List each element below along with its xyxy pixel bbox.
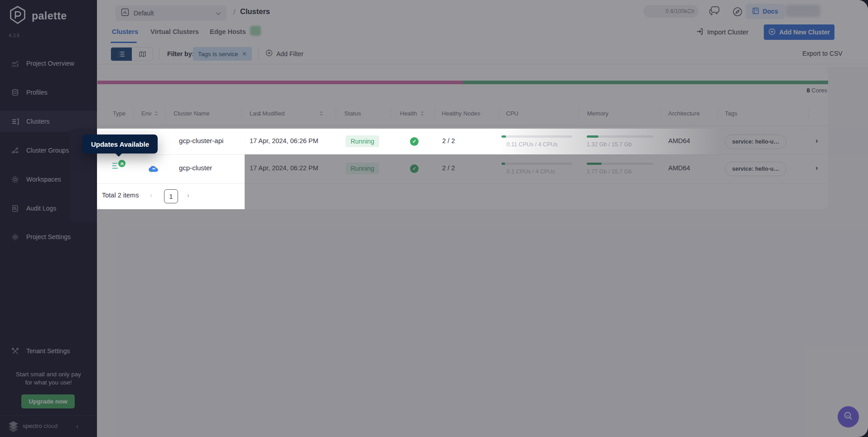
cpu-meter	[502, 135, 572, 138]
upgrade-now-button[interactable]: Upgrade now	[21, 394, 75, 408]
tab-clusters[interactable]: Clusters	[112, 28, 138, 35]
column-header-last-modified[interactable]: Last Modified	[250, 110, 323, 117]
add-filter-button[interactable]: Add Filter	[265, 49, 304, 58]
cpu-value: 0.11 CPUs / 4 CPUs	[506, 141, 558, 148]
compass-icon[interactable]	[732, 6, 743, 19]
sidebar-item-tenant-settings[interactable]: Tenant Settings	[0, 341, 97, 361]
column-header-tags: Tags	[725, 110, 737, 117]
import-cluster-button[interactable]: Import Cluster	[696, 28, 748, 37]
breadcrumb-separator: /	[233, 8, 235, 16]
updates-available-badge-icon	[117, 159, 126, 168]
app-window: palette 4.3.6 Project Overview Profiles	[0, 0, 868, 437]
healthy-nodes: 2 / 2	[442, 137, 455, 144]
chat-icon[interactable]	[709, 5, 721, 19]
memory-meter	[587, 135, 653, 138]
usage-bar-used-segment	[97, 81, 463, 84]
chart-icon	[11, 59, 19, 67]
palette-wordmark: palette	[32, 10, 67, 22]
column-header-type: Type	[113, 110, 125, 117]
column-header-memory: Memory	[587, 110, 608, 117]
view-toggle-group	[111, 47, 153, 61]
column-header-healthy-nodes: Healthy Nodes	[442, 110, 480, 117]
row-separator	[97, 183, 828, 184]
export-to-csv-button[interactable]: Export to CSV	[802, 50, 843, 57]
toolbar-divider	[258, 48, 259, 60]
tag-chip[interactable]: service: hello-u…	[725, 162, 786, 176]
filter-chip-tags-is-service[interactable]: Tags is service ✕	[193, 47, 252, 61]
cluster-name[interactable]: gcp-cluster	[179, 164, 212, 172]
sidebar-collapse-icon[interactable]: ‹	[76, 422, 78, 430]
plus-circle-icon	[265, 49, 273, 58]
row-chevron-icon[interactable]: ›	[815, 136, 818, 145]
add-new-cluster-label: Add New Cluster	[779, 29, 830, 36]
pagination-prev-icon[interactable]: ‹	[150, 191, 152, 199]
list-icon	[11, 117, 19, 125]
column-header-env[interactable]: Env	[141, 110, 158, 117]
palette-logo-icon	[9, 5, 26, 26]
import-icon	[696, 28, 704, 37]
memory-value: 1.32 Gb / 15.7 Gb	[587, 141, 632, 148]
sidebar-item-label: Cluster Groups	[26, 147, 69, 154]
active-tab-underline	[111, 42, 137, 43]
project-selector[interactable]: Default	[116, 5, 227, 21]
pagination-total: Total 2 items	[102, 192, 139, 199]
sidebar-item-label: Tenant Settings	[26, 347, 70, 355]
cluster-name[interactable]: gcp-cluster-api	[179, 137, 223, 144]
pagination-next-icon[interactable]: ›	[187, 191, 189, 199]
header-border	[97, 125, 828, 126]
edge-hosts-count-badge	[250, 26, 261, 36]
sidebar-item-project-overview[interactable]: Project Overview	[0, 53, 97, 74]
table-row[interactable]: gcp-cluster 17 Apr, 2024, 06:22 PM Runni…	[97, 154, 828, 183]
status-badge: Running	[346, 163, 379, 174]
doc-search-icon	[11, 204, 19, 212]
breadcrumb: Clusters	[240, 7, 270, 16]
usage-credits-pill: 0.6/100kCh	[643, 5, 699, 18]
sort-icon	[420, 110, 424, 116]
tag-chip[interactable]: service: hello-u…	[725, 134, 786, 149]
last-modified: 17 Apr, 2024, 06:26 PM	[250, 137, 318, 144]
sidebar-item-profiles[interactable]: Profiles	[0, 82, 97, 103]
memory-meter	[587, 163, 653, 165]
column-header-health[interactable]: Health	[400, 110, 424, 117]
toolbar-divider	[159, 48, 159, 60]
project-selector-value: Default	[134, 10, 211, 17]
search-helper-fab[interactable]	[838, 406, 859, 427]
user-account-redacted	[785, 5, 820, 17]
palette-logo: palette	[9, 5, 67, 26]
version-label: 4.3.6	[9, 33, 19, 38]
tab-virtual-clusters[interactable]: Virtual Clusters	[150, 28, 199, 35]
magnifier-icon	[843, 411, 854, 423]
sidebar-item-label: Audit Logs	[26, 205, 56, 212]
sidebar-item-label: Clusters	[26, 118, 49, 125]
book-icon	[752, 7, 759, 16]
health-check-icon: ✓	[410, 137, 419, 146]
last-modified: 17 Apr, 2024, 06:22 PM	[250, 164, 318, 172]
list-view-toggle[interactable]	[111, 48, 132, 61]
architecture: AMD64	[668, 164, 690, 172]
docs-button[interactable]: Docs	[746, 4, 785, 19]
sidebar-item-project-settings[interactable]: Project Settings	[0, 226, 97, 247]
add-filter-label: Add Filter	[276, 50, 304, 58]
row-chevron-icon[interactable]: ›	[815, 163, 818, 173]
add-new-cluster-button[interactable]: Add New Cluster	[764, 24, 834, 40]
map-view-toggle[interactable]	[132, 48, 153, 61]
clusters-table-card: 8 Cores Type Env Cluster Name Last Modif…	[97, 67, 828, 209]
memory-value: 1.77 Gb / 15.7 Gb	[587, 168, 632, 175]
plus-circle-icon	[768, 28, 776, 37]
filter-by-label: Filter by:	[167, 50, 194, 58]
table-row[interactable]: gcp-cluster-api 17 Apr, 2024, 06:26 PM R…	[97, 129, 828, 154]
tooltip-text: Updates Available	[91, 140, 149, 148]
cluster-type-icon	[111, 161, 126, 175]
close-icon[interactable]: ✕	[242, 51, 247, 57]
chevron-down-icon	[216, 9, 221, 17]
sidebar-item-label: Project Settings	[26, 233, 71, 240]
pagination-page-1[interactable]: 1	[164, 189, 178, 203]
main-content: Default / Clusters 0.6/100kCh	[97, 0, 868, 437]
tools-icon	[11, 347, 19, 355]
sidebar-item-label: Workspaces	[26, 176, 61, 183]
cpu-value: 0.1 CPUs / 4 CPUs	[506, 168, 555, 175]
column-header-cluster-name[interactable]: Cluster Name	[174, 110, 261, 117]
network-icon	[11, 146, 19, 154]
tab-edge-hosts[interactable]: Edge Hosts	[210, 28, 246, 35]
spectro-cloud-wordmark: spectro cloud	[23, 423, 58, 429]
